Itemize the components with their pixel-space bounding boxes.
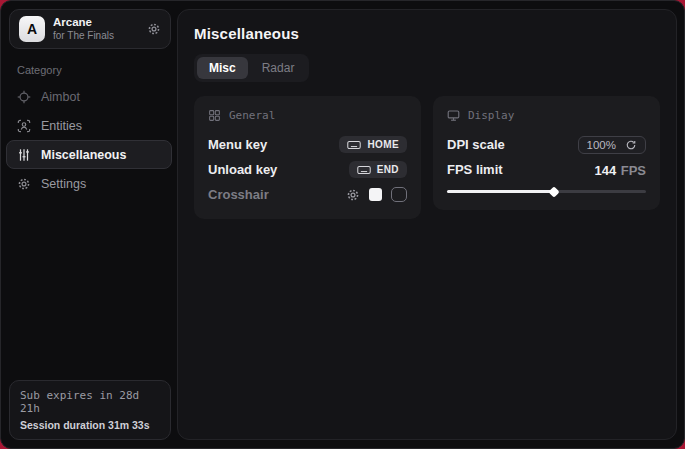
crosshair-toggle-checkbox[interactable] bbox=[391, 187, 407, 202]
dpi-scale-label: DPI scale bbox=[447, 137, 505, 152]
main-panel: Miscellaneous Misc Radar General bbox=[177, 9, 677, 440]
gear-icon[interactable] bbox=[147, 22, 161, 36]
sidebar-nav: Aimbot Entities bbox=[1, 82, 177, 198]
fps-slider-thumb[interactable] bbox=[549, 186, 560, 197]
app-window: A Arcane for The Finals Category bbox=[0, 0, 685, 449]
session-duration-text: Session duration 31m 33s bbox=[20, 419, 160, 431]
refresh-icon[interactable] bbox=[625, 139, 637, 151]
sidebar-item-label: Settings bbox=[41, 177, 86, 191]
unload-key-value: END bbox=[377, 164, 399, 175]
display-card-title: Display bbox=[468, 109, 514, 122]
entities-icon bbox=[17, 119, 31, 133]
display-card-header: Display bbox=[447, 105, 646, 131]
crosshair-settings-gear-icon[interactable] bbox=[346, 188, 360, 202]
tab-bar: Misc Radar bbox=[194, 54, 309, 82]
settings-cards: General Menu key HOME Unload key bbox=[194, 96, 660, 219]
sidebar-item-settings[interactable]: Settings bbox=[6, 169, 172, 198]
general-card: General Menu key HOME Unload key bbox=[194, 96, 421, 219]
general-card-header: General bbox=[208, 105, 407, 131]
fps-limit-row: FPS limit 144 FPS bbox=[447, 158, 646, 181]
crosshair-icon bbox=[17, 90, 31, 104]
sidebar-item-miscellaneous[interactable]: Miscellaneous bbox=[6, 140, 172, 169]
keyboard-icon bbox=[347, 140, 361, 150]
fps-limit-slider[interactable] bbox=[447, 186, 646, 197]
display-card: Display DPI scale 100% bbox=[433, 96, 660, 210]
brand-text: Arcane for The Finals bbox=[53, 16, 114, 43]
unload-key-row: Unload key END bbox=[208, 158, 407, 181]
crosshair-color-swatch[interactable] bbox=[369, 188, 382, 201]
menu-key-value: HOME bbox=[367, 139, 399, 150]
menu-key-row: Menu key HOME bbox=[208, 133, 407, 156]
monitor-icon bbox=[447, 109, 460, 122]
fps-limit-label: FPS limit bbox=[447, 162, 503, 177]
sidebar-item-label: Aimbot bbox=[41, 90, 80, 104]
sidebar-item-entities[interactable]: Entities bbox=[6, 111, 172, 140]
dpi-scale-value: 100% bbox=[587, 139, 616, 151]
sidebar-item-aimbot[interactable]: Aimbot bbox=[6, 82, 172, 111]
menu-key-label: Menu key bbox=[208, 137, 267, 152]
crosshair-controls bbox=[346, 187, 407, 202]
unload-key-bind-button[interactable]: END bbox=[349, 161, 407, 178]
fps-slider-fill bbox=[447, 190, 554, 193]
tab-misc[interactable]: Misc bbox=[197, 57, 248, 79]
app-subtitle: for The Finals bbox=[53, 30, 114, 42]
sidebar-item-label: Miscellaneous bbox=[41, 148, 126, 162]
gear-icon bbox=[17, 177, 31, 191]
unload-key-label: Unload key bbox=[208, 162, 277, 177]
grid-icon bbox=[208, 109, 221, 122]
subscription-card: Sub expires in 28d 21h Session duration … bbox=[9, 380, 171, 440]
page-title: Miscellaneous bbox=[194, 25, 660, 42]
tab-radar[interactable]: Radar bbox=[250, 57, 307, 79]
sidebar: A Arcane for The Finals Category bbox=[1, 1, 177, 448]
sidebar-item-label: Entities bbox=[41, 119, 82, 133]
fps-limit-unit: FPS bbox=[621, 163, 646, 178]
sliders-icon bbox=[17, 148, 31, 162]
crosshair-row: Crosshair bbox=[208, 183, 407, 206]
general-card-title: General bbox=[229, 109, 275, 122]
sub-expiry-text: Sub expires in 28d 21h bbox=[20, 389, 160, 415]
app-logo: A bbox=[19, 16, 45, 42]
brand-card: A Arcane for The Finals bbox=[9, 9, 171, 49]
dpi-scale-control[interactable]: 100% bbox=[578, 136, 646, 154]
menu-key-bind-button[interactable]: HOME bbox=[339, 136, 407, 153]
crosshair-label: Crosshair bbox=[208, 187, 269, 202]
keyboard-icon bbox=[357, 165, 371, 175]
dpi-scale-row: DPI scale 100% bbox=[447, 133, 646, 156]
app-name: Arcane bbox=[53, 16, 114, 30]
fps-limit-value: 144 bbox=[595, 163, 617, 178]
category-label: Category bbox=[17, 64, 177, 76]
